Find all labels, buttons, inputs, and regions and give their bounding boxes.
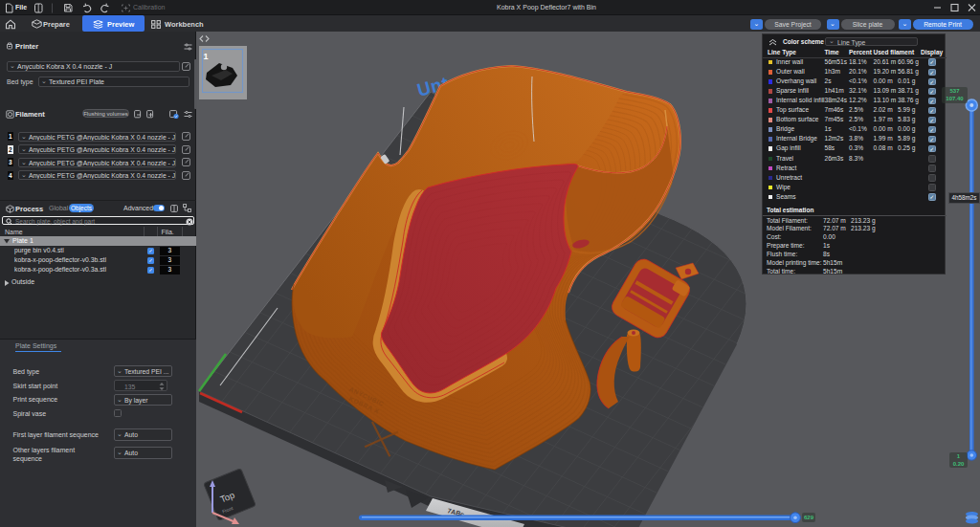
svg-text:1: 1 — [204, 52, 209, 61]
